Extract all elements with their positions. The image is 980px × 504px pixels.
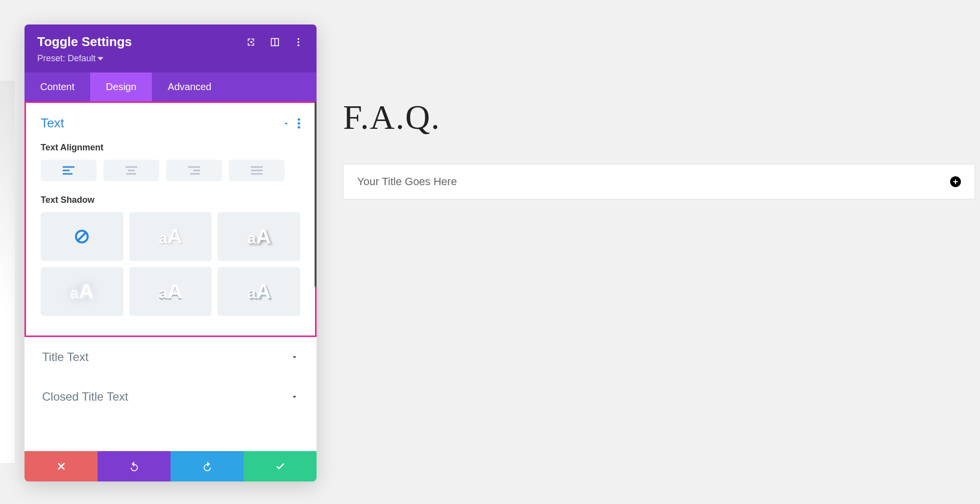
shadow-preset-5-button[interactable]: aA	[218, 267, 300, 316]
shadow-preset-1-button[interactable]: aA	[129, 212, 212, 261]
shadow-sample: aA	[159, 280, 182, 303]
panel-title: Toggle Settings	[37, 34, 132, 49]
panel-header-actions	[246, 37, 304, 48]
preset-dropdown[interactable]: Preset: Default	[37, 53, 304, 64]
section-closed-title-text-label: Closed Title Text	[42, 390, 128, 404]
section-title-text-label: Title Text	[42, 350, 89, 364]
svg-point-2	[297, 41, 299, 43]
settings-panel: Toggle Settings Preset: Default Content …	[24, 24, 317, 481]
columns-icon[interactable]	[270, 37, 280, 48]
shadow-none-button[interactable]	[41, 212, 123, 261]
shadow-sample: aA	[159, 225, 182, 248]
expand-icon[interactable]	[246, 37, 257, 48]
tab-advanced[interactable]: Advanced	[152, 72, 227, 101]
svg-line-20	[78, 233, 86, 240]
text-alignment-options	[41, 160, 300, 181]
shadow-sample: aA	[247, 280, 271, 303]
toggle-title: Your Title Goes Here	[357, 175, 457, 188]
chevron-down-icon	[290, 353, 299, 361]
shadow-preset-3-button[interactable]: aA	[41, 267, 123, 316]
kebab-menu-icon[interactable]	[293, 37, 304, 48]
tab-content[interactable]: Content	[24, 72, 90, 101]
undo-button[interactable]	[98, 451, 171, 481]
svg-point-4	[298, 118, 300, 120]
svg-point-3	[297, 44, 299, 46]
expand-toggle-icon[interactable]	[950, 176, 961, 187]
preset-label: Preset: Default	[37, 53, 96, 64]
none-icon	[74, 229, 89, 244]
section-closed-title-text[interactable]: Closed Title Text	[24, 377, 317, 416]
text-alignment-label: Text Alignment	[41, 143, 300, 153]
shadow-preset-4-button[interactable]: aA	[129, 267, 212, 316]
preview-heading: F.A.Q.	[343, 98, 975, 137]
cancel-button[interactable]	[24, 451, 98, 481]
align-center-button[interactable]	[103, 160, 159, 181]
shadow-sample: aA	[247, 225, 271, 248]
tabs: Content Design Advanced	[24, 72, 317, 101]
text-section-highlight: Text Text Alignment	[24, 101, 317, 337]
svg-point-5	[298, 122, 300, 124]
svg-rect-0	[250, 41, 252, 43]
panel-header: Toggle Settings Preset: Default	[24, 24, 317, 72]
chevron-up-icon	[282, 119, 291, 128]
shadow-sample: aA	[70, 280, 94, 303]
panel-body: Text Text Alignment	[24, 101, 317, 451]
align-right-button[interactable]	[166, 160, 222, 181]
close-icon	[56, 461, 67, 472]
chevron-down-icon	[290, 392, 299, 401]
section-title-text[interactable]: Title Text	[24, 337, 317, 377]
redo-icon	[202, 461, 213, 472]
svg-point-6	[298, 126, 300, 128]
background-strip	[0, 81, 15, 463]
scrollbar-thumb[interactable]	[315, 101, 317, 288]
section-menu-icon[interactable]	[297, 118, 300, 129]
section-text-title: Text	[41, 116, 64, 131]
section-text-header[interactable]: Text	[41, 113, 300, 136]
align-left-button[interactable]	[41, 160, 97, 181]
toggle-module[interactable]: Your Title Goes Here	[343, 164, 975, 199]
save-button[interactable]	[244, 451, 317, 481]
align-justify-button[interactable]	[229, 160, 285, 181]
tab-design[interactable]: Design	[90, 72, 152, 101]
page-preview: F.A.Q. Your Title Goes Here	[343, 98, 975, 199]
caret-down-icon	[98, 56, 103, 62]
text-shadow-label: Text Shadow	[41, 195, 300, 205]
check-icon	[275, 461, 286, 472]
shadow-preset-2-button[interactable]: aA	[218, 212, 300, 261]
redo-button[interactable]	[171, 451, 244, 481]
undo-icon	[129, 461, 140, 472]
text-shadow-options: aA aA aA aA aA	[41, 212, 300, 316]
svg-point-1	[297, 38, 299, 40]
panel-footer	[24, 451, 317, 481]
